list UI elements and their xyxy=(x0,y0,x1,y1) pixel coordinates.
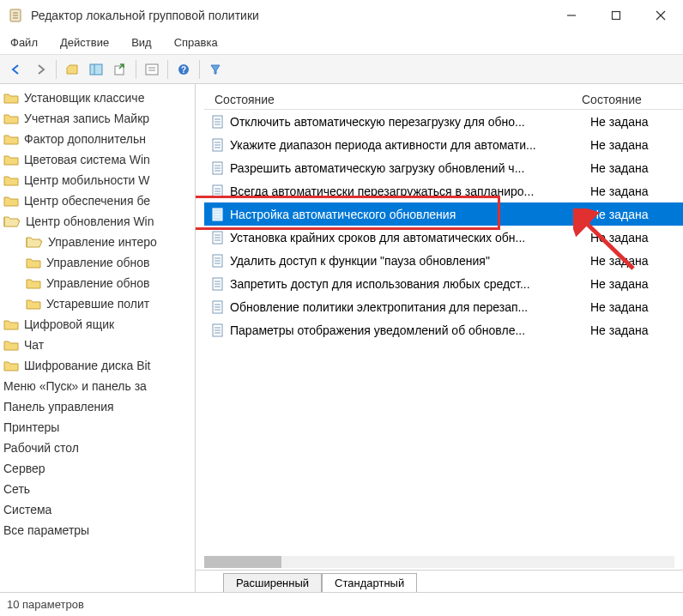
policy-row[interactable]: Параметры отображения уведомлений об обн… xyxy=(204,318,683,341)
column-header-state[interactable]: Состояние xyxy=(582,93,642,106)
column-header-name[interactable]: Состояние xyxy=(215,93,582,106)
tree-item[interactable]: Рабочий стол xyxy=(0,438,195,458)
tree-item-label: Цветовая система Win xyxy=(24,153,150,166)
tree-item[interactable]: Шифрование диска Bit xyxy=(0,355,195,376)
policy-state: Не задана xyxy=(590,161,648,175)
tree-item-label: Управление обнов xyxy=(46,276,149,290)
status-text: 10 параметров xyxy=(7,598,84,611)
policy-row[interactable]: Укажите диапазон периода активности для … xyxy=(204,133,683,156)
policy-row[interactable]: Настройка автоматического обновленияНе з… xyxy=(204,202,683,226)
svg-rect-5 xyxy=(613,12,620,20)
details-panel: Состояние Состояние Отключить автоматиче… xyxy=(196,84,683,592)
policy-state: Не задана xyxy=(590,277,648,291)
help-button[interactable]: ? xyxy=(172,58,195,81)
svg-rect-10 xyxy=(115,66,124,75)
policy-row[interactable]: Запретить доступ для использования любых… xyxy=(204,272,683,295)
tree-item-label: Управление обнов xyxy=(46,256,149,269)
tree-item-label: Чат xyxy=(24,338,44,352)
menu-help[interactable]: Справка xyxy=(171,34,221,51)
menubar: Файл Действие Вид Справка xyxy=(0,31,683,55)
policy-list: Состояние Состояние Отключить автоматиче… xyxy=(196,84,683,570)
menu-file[interactable]: Файл xyxy=(7,34,41,51)
tree-item[interactable]: Учетная запись Майкр xyxy=(0,108,195,129)
close-button[interactable] xyxy=(638,0,683,31)
tree-item[interactable]: Система xyxy=(0,499,195,520)
tree-item[interactable]: Чат xyxy=(0,335,195,355)
tree-item[interactable]: Принтеры xyxy=(0,417,195,438)
policy-state: Не задана xyxy=(590,208,648,221)
policy-state: Не задана xyxy=(590,231,648,245)
column-headers: Состояние Состояние xyxy=(204,89,683,110)
tree-item-label: Управление интерo xyxy=(48,235,157,249)
menu-view[interactable]: Вид xyxy=(128,34,155,51)
policy-state: Не задана xyxy=(590,300,648,314)
toolbar-separator xyxy=(136,60,136,79)
policy-row[interactable]: Отключить автоматическую перезагрузку дл… xyxy=(204,110,683,133)
svg-rect-11 xyxy=(146,64,158,75)
view-tabs: Расширенный Стандартный xyxy=(196,570,683,592)
tree-item-label: Центр мобильности W xyxy=(24,173,150,187)
policy-name: Всегда автоматически перезагружаться в з… xyxy=(230,184,590,198)
tree-item[interactable]: Цифровой ящик xyxy=(0,314,195,335)
tab-standard[interactable]: Стандартный xyxy=(322,573,417,592)
policy-row[interactable]: Обновление политики электропитания для п… xyxy=(204,295,683,318)
tree-item[interactable]: Сервер xyxy=(0,458,195,479)
policy-name: Запретить доступ для использования любых… xyxy=(230,277,590,291)
window-title: Редактор локальной групповой политики xyxy=(31,9,549,22)
tree-item[interactable]: Установщик классиче xyxy=(0,88,195,108)
horizontal-scrollbar[interactable] xyxy=(204,556,674,568)
tree-panel: Установщик классичеУчетная запись МайкрФ… xyxy=(0,84,196,592)
policy-name: Обновление политики электропитания для п… xyxy=(230,300,590,314)
tree-item-label: Система xyxy=(3,503,51,516)
export-button[interactable] xyxy=(109,58,131,81)
svg-text:?: ? xyxy=(181,65,186,75)
filter-button[interactable] xyxy=(204,58,227,81)
tree-item[interactable]: Управление обнов xyxy=(0,252,195,273)
policy-state: Не задана xyxy=(590,184,648,198)
policy-state: Не задана xyxy=(590,115,648,129)
tab-extended[interactable]: Расширенный xyxy=(223,573,322,592)
tree-item[interactable]: Все параметры xyxy=(0,520,195,541)
tree-item[interactable]: Сеть xyxy=(0,479,195,499)
tree-item-label: Сеть xyxy=(3,482,30,496)
policy-state: Не задана xyxy=(590,138,648,152)
titlebar: Редактор локальной групповой политики xyxy=(0,0,683,31)
tree-item[interactable]: Центр обновления Win xyxy=(0,211,195,232)
menu-action[interactable]: Действие xyxy=(57,34,112,51)
policy-name: Удалить доступ к функции "пауза обновлен… xyxy=(230,254,590,268)
toolbar: ? xyxy=(0,55,683,84)
tree-item[interactable]: Цветовая система Win xyxy=(0,149,195,170)
policy-row[interactable]: Всегда автоматически перезагружаться в з… xyxy=(204,179,683,202)
tree-item-label: Рабочий стол xyxy=(3,441,79,455)
policy-name: Настройка автоматического обновления xyxy=(230,208,590,221)
show-hide-tree-button[interactable] xyxy=(85,58,107,81)
tree-item[interactable]: Центр мобильности W xyxy=(0,170,195,190)
tree-item[interactable]: Управление обнов xyxy=(0,273,195,293)
tree-item-label: Панель управления xyxy=(3,400,114,414)
policy-name: Параметры отображения уведомлений об обн… xyxy=(230,323,590,337)
policy-name: Установка крайних сроков для автоматичес… xyxy=(230,231,590,245)
tree-item[interactable]: Меню «Пуск» и панель за xyxy=(0,376,195,396)
toolbar-separator xyxy=(199,60,200,79)
tree-item-label: Центр обновления Win xyxy=(26,214,154,228)
policy-row[interactable]: Разрешить автоматическую загрузку обновл… xyxy=(204,156,683,179)
tree-item[interactable]: Фактор дополнительн xyxy=(0,129,195,149)
statusbar: 10 параметров xyxy=(0,592,683,616)
tree-item[interactable]: Центр обеспечения бе xyxy=(0,190,195,211)
refresh-button[interactable] xyxy=(141,58,163,81)
up-button[interactable] xyxy=(61,58,83,81)
policy-name: Укажите диапазон периода активности для … xyxy=(230,138,590,152)
maximize-button[interactable] xyxy=(594,0,638,31)
svg-rect-8 xyxy=(90,64,102,75)
tree-item[interactable]: Панель управления xyxy=(0,396,195,417)
tree-item[interactable]: Устаревшие полит xyxy=(0,293,195,314)
policy-name: Разрешить автоматическую загрузку обновл… xyxy=(230,161,590,175)
minimize-button[interactable] xyxy=(549,0,594,31)
tree-item[interactable]: Управление интерo xyxy=(0,232,195,252)
tree-item-label: Фактор дополнительн xyxy=(24,132,146,146)
forward-button[interactable] xyxy=(29,58,51,81)
policy-row[interactable]: Установка крайних сроков для автоматичес… xyxy=(204,226,683,249)
toolbar-separator xyxy=(56,60,57,79)
back-button[interactable] xyxy=(5,58,27,81)
policy-row[interactable]: Удалить доступ к функции "пауза обновлен… xyxy=(204,249,683,272)
